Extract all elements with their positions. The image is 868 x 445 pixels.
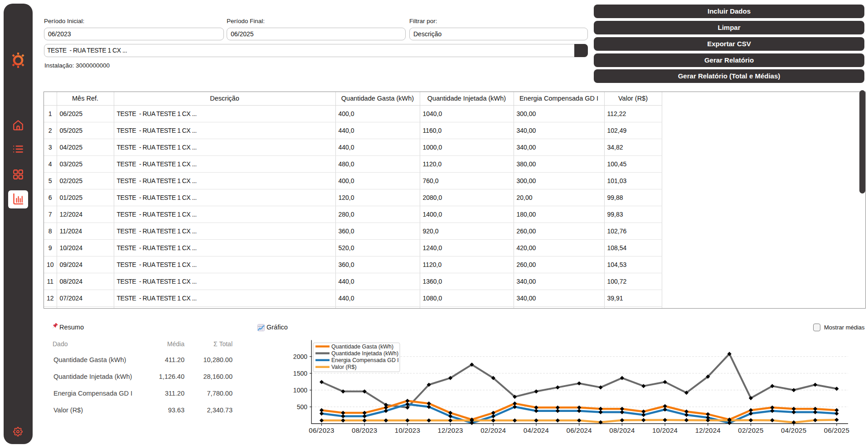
svg-text:500: 500 xyxy=(297,403,308,411)
svg-text:08/2023: 08/2023 xyxy=(352,426,377,434)
svg-text:06/2024: 06/2024 xyxy=(567,426,592,434)
svg-text:2000: 2000 xyxy=(293,353,307,360)
svg-text:10/2024: 10/2024 xyxy=(652,426,678,434)
svg-text:06/2023: 06/2023 xyxy=(309,426,334,434)
svg-text:1000: 1000 xyxy=(293,387,307,394)
svg-text:02/2024: 02/2024 xyxy=(480,426,506,434)
svg-text:1500: 1500 xyxy=(293,370,307,377)
svg-text:04/2024: 04/2024 xyxy=(524,426,549,434)
svg-text:04/2025: 04/2025 xyxy=(781,426,806,434)
svg-text:Energia Compensada GD I: Energia Compensada GD I xyxy=(331,357,399,363)
svg-text:02/2025: 02/2025 xyxy=(738,426,763,434)
svg-text:10/2023: 10/2023 xyxy=(395,426,420,434)
svg-text:08/2024: 08/2024 xyxy=(609,426,635,434)
svg-text:Valor (R$): Valor (R$) xyxy=(331,364,357,370)
svg-text:Quantidade Gasta (kWh): Quantidade Gasta (kWh) xyxy=(331,343,393,350)
svg-text:12/2023: 12/2023 xyxy=(437,426,463,434)
svg-text:12/2024: 12/2024 xyxy=(695,426,721,434)
svg-text:Quantidade Injetada (kWh): Quantidade Injetada (kWh) xyxy=(331,350,398,357)
svg-text:06/2025: 06/2025 xyxy=(824,426,849,434)
